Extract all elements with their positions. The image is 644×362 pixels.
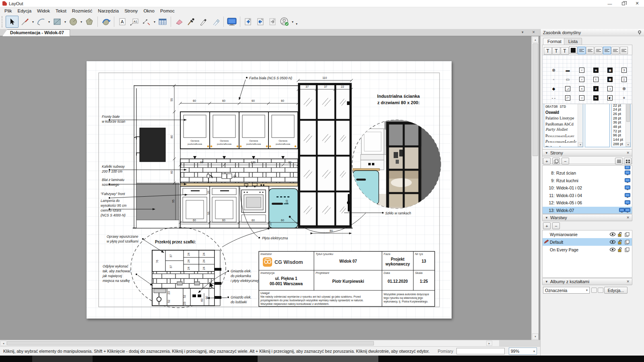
format-size-button[interactable]: T [552,47,560,55]
visibility-eye-icon[interactable] [610,248,615,251]
horizontal-scroll-thumb[interactable] [7,341,374,346]
tab-dokumentacja-widok-07[interactable]: Dokumentacja - Widok-07 [2,29,70,36]
font-option-11[interactable]: PenultimateLight [544,133,583,139]
shape-symbol-17[interactable]: ⊕ [617,84,631,93]
share-layer-icon[interactable] [625,247,630,252]
menu-3[interactable]: Tekst [53,8,69,14]
format-color-swatch[interactable] [569,46,577,54]
shape-symbol-14[interactable]: X [575,84,589,93]
shape-symbol-20[interactable]: ▽ [575,93,589,103]
add-layer-button[interactable]: + [543,222,551,229]
account-button[interactable] [279,16,290,27]
next-page-button[interactable] [267,16,278,27]
shape-symbol-9[interactable]: t [589,75,603,84]
shape-symbol-2[interactable]: Y [575,66,589,75]
layer-row-wymiarowanie[interactable]: Wymiarowanie [543,230,632,238]
shape-symbol-22[interactable]: ◧ [603,93,617,103]
align-right-button[interactable] [594,47,603,54]
toolbar-grip[interactable] [2,16,4,27]
layers-close-icon[interactable]: ✕ [626,216,630,220]
share-layer-icon[interactable] [625,240,630,245]
shape-symbol-8[interactable]: Y [575,75,589,84]
album-edit-button[interactable]: Edycja... [604,287,627,294]
circle-tool-button[interactable] [68,16,79,27]
share-layer-icon[interactable] [625,232,630,237]
line-tool-dropdown[interactable]: ▾ [31,20,35,24]
shape-grid[interactable]: ⊗▬Yw▥3▫▭Yt▤‡◆◿Xd◖⊕- -◸▽tv◧+ [542,55,632,104]
anchor-center-button[interactable] [611,47,619,54]
pages-close-icon[interactable]: ✕ [626,151,630,155]
anchor-top-button[interactable] [603,47,611,54]
page-row-widok-03-i-04[interactable]: 11:Widok-03 i 04 [543,192,632,200]
page-row-widok-05-i-06[interactable]: 12:Widok-05 i 06 [543,199,632,207]
pages-panel-header[interactable]: ▼ Strony ✕ [542,149,632,156]
text-tool-button[interactable]: A [117,16,128,27]
shape-symbol-19[interactable]: ◸ [561,93,575,103]
visibility-eye-icon[interactable] [610,240,615,244]
zoom-level-combo[interactable]: 99% ▾ [509,348,537,355]
tab-format[interactable]: Format [543,38,566,45]
page-row-widok-01-i-02[interactable]: 10:Widok-01 i 02 [543,184,632,192]
tab-close-icon[interactable]: ✕ [532,30,535,34]
scroll-left-button[interactable]: ◂ [0,341,6,346]
format-text-color-button[interactable]: T [561,47,569,55]
unlock-icon[interactable] [618,232,622,237]
shape-symbol-1[interactable]: ▬ [561,66,575,75]
page-row-clipped[interactable] [543,166,632,169]
shape-symbol-23[interactable]: + [617,93,631,103]
rectangle-tool-button[interactable] [52,16,63,27]
shape-symbol-18[interactable]: - - [547,93,561,103]
measurement-input[interactable] [456,348,505,354]
select-tool-button[interactable] [6,16,19,28]
layers-panel-header[interactable]: ▼ Warstwy ✕ [542,214,632,221]
page-list-view-button[interactable] [615,158,623,165]
shape-symbol-11[interactable]: ‡ [617,75,631,84]
eyedropper-tool-button[interactable] [186,16,197,27]
account-dropdown[interactable]: ▾ [291,20,295,24]
align-left-button[interactable] [578,47,586,54]
font-option-6[interactable]: Orator Std [544,104,583,110]
eraser-tool-button[interactable] [173,16,185,27]
menu-8[interactable]: Pomoc [157,8,178,14]
page-row-rzut-cian[interactable]: 8:Rzut ścian [543,169,632,177]
scroll-up-button[interactable]: ▴ [532,37,539,43]
previous-page-button[interactable] [255,16,266,27]
minimize-button[interactable]: — [603,0,617,7]
shape-symbol-7[interactable]: ▭ [561,75,575,84]
shape-albums-panel-header[interactable]: ▼ Albumy z kształtami ✕ [542,278,632,285]
present-tool-button[interactable] [226,16,237,27]
pages-list[interactable]: 8:Rzut ścian 9:Rzut kuchni 10:Widok-01 i… [542,165,632,214]
font-option-13[interactable]: Philosopher [544,145,583,148]
vertical-scroll-thumb[interactable] [533,43,538,156]
drawing-canvas[interactable]: 60 60 60 60 110 37 37 22 55 80 6 [0,36,531,340]
rectangle-tool-dropdown[interactable]: ▾ [63,20,67,24]
unlock-icon[interactable] [618,240,622,245]
shape-symbol-4[interactable]: ▥ [603,66,617,75]
page-row-widok-07[interactable]: 13:Widok-07 [543,207,632,214]
album-next-button[interactable] [598,288,603,293]
album-collection-select[interactable]: Oznaczenia ▾ [543,287,590,294]
visibility-eye-icon[interactable] [610,232,615,236]
menu-7[interactable]: Okno [140,8,157,14]
tab-scroll-dropdown[interactable]: ▾ [522,30,524,34]
arc-tool-button[interactable] [35,16,47,27]
shape-symbol-13[interactable]: ◿ [561,84,575,93]
pen-dropper-tool-button[interactable] [198,16,209,27]
horizontal-scrollbar[interactable]: ◂ ▸ [0,340,540,346]
scroll-right-button[interactable]: ▸ [486,341,492,346]
font-option-12[interactable]: PenultimateLightIt [544,139,583,145]
scroll-down-button[interactable]: ▾ [532,333,539,339]
layer-row-on-every-page[interactable]: On Every Page [543,246,632,253]
arc-tool-dropdown[interactable]: ▾ [47,20,51,24]
unlock-icon[interactable] [618,247,622,252]
dimension-tool-dropdown[interactable]: ▾ [153,20,157,24]
pin-icon[interactable] [637,30,642,35]
size-scroll-down[interactable]: ▾ [626,142,630,147]
shape-symbol-16[interactable]: ◖ [603,84,617,93]
font-option-9[interactable]: PanRoman AbCd [544,121,583,128]
layer-row-default[interactable]: Default [543,238,632,246]
table-tool-button[interactable] [157,16,168,27]
shape-symbol-15[interactable]: d [589,84,603,93]
menu-2[interactable]: Widok [34,8,53,14]
vertical-scrollbar[interactable]: ▴ ▾ [531,36,539,340]
